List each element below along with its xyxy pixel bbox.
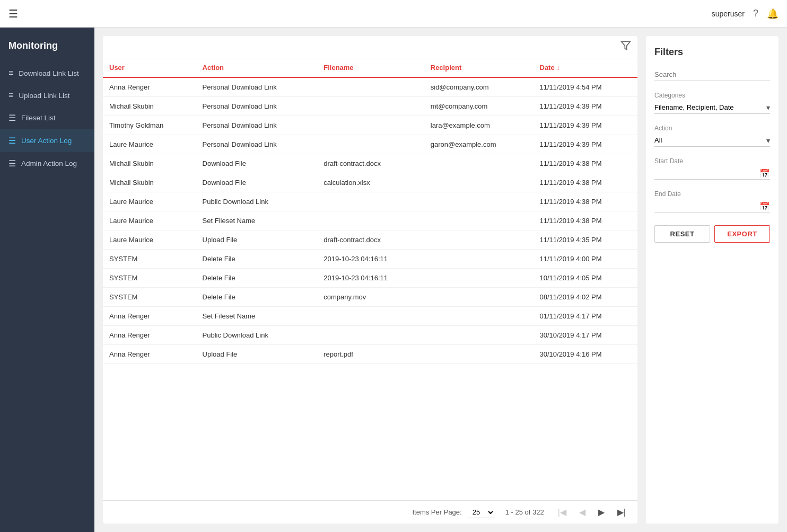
prev-page-button[interactable]: ◀ bbox=[576, 506, 589, 518]
sidebar-item-download-link-list[interactable]: ≡ Download Link List bbox=[0, 62, 94, 84]
cell-user: SYSTEM bbox=[103, 288, 196, 307]
next-page-button[interactable]: ▶ bbox=[595, 506, 608, 518]
cell-recipient bbox=[424, 250, 534, 269]
cell-recipient bbox=[424, 345, 534, 364]
cell-recipient bbox=[424, 288, 534, 307]
end-date-input[interactable] bbox=[654, 200, 770, 212]
table-row: Michail SkubinDownload Filecalculation.x… bbox=[103, 173, 637, 192]
cell-user: Anna Renger bbox=[103, 326, 196, 345]
action-select-wrapper: All Personal Download Link Public Downlo… bbox=[654, 134, 770, 147]
table-row: Michail SkubinDownload Filedraft-contrac… bbox=[103, 154, 637, 173]
cell-filename bbox=[317, 77, 424, 97]
search-input[interactable] bbox=[654, 68, 770, 81]
cell-filename bbox=[317, 97, 424, 116]
table-row: Anna RengerPersonal Download Linksid@com… bbox=[103, 77, 637, 97]
end-date-label: End Date bbox=[654, 190, 770, 198]
filters-panel: Filters Categories Filename, Recipient, … bbox=[646, 36, 779, 524]
notification-bell-icon[interactable]: 🔔 bbox=[767, 8, 779, 20]
user-action-log-table: User Action Filename Recipient Date ↓ An… bbox=[103, 58, 637, 364]
cell-date: 11/11/2019 4:38 PM bbox=[534, 192, 638, 211]
cell-filename bbox=[317, 326, 424, 345]
cell-recipient bbox=[424, 269, 534, 288]
cell-recipient: garon@example.com bbox=[424, 135, 534, 154]
table-row: Anna RengerUpload Filereport.pdf30/10/20… bbox=[103, 345, 637, 364]
categories-label: Categories bbox=[654, 92, 770, 99]
per-page-label: Items Per Page: bbox=[412, 508, 461, 516]
cell-action: Download File bbox=[196, 154, 318, 173]
sort-desc-icon: ↓ bbox=[556, 64, 559, 72]
cell-recipient bbox=[424, 211, 534, 230]
list-icon: ≡ bbox=[8, 91, 13, 100]
cell-action: Set Fileset Name bbox=[196, 307, 318, 326]
cell-date: 11/11/2019 4:39 PM bbox=[534, 135, 638, 154]
cell-user: Anna Renger bbox=[103, 307, 196, 326]
cell-user: Michail Skubin bbox=[103, 173, 196, 192]
col-header-recipient[interactable]: Recipient bbox=[424, 58, 534, 77]
col-header-action[interactable]: Action bbox=[196, 58, 318, 77]
cell-filename: report.pdf bbox=[317, 345, 424, 364]
layout: Monitoring ≡ Download Link List ≡ Upload… bbox=[0, 28, 787, 532]
cell-action: Personal Download Link bbox=[196, 97, 318, 116]
search-filter-field bbox=[654, 68, 770, 81]
col-header-filename[interactable]: Filename bbox=[317, 58, 424, 77]
table-row: Laure MauricePublic Download Link11/11/2… bbox=[103, 192, 637, 211]
action-filter-field: Action All Personal Download Link Public… bbox=[654, 125, 770, 147]
cell-user: SYSTEM bbox=[103, 250, 196, 269]
start-date-input[interactable] bbox=[654, 167, 770, 180]
cell-action: Public Download Link bbox=[196, 326, 318, 345]
cell-filename: draft-contract.docx bbox=[317, 154, 424, 173]
cell-action: Delete File bbox=[196, 250, 318, 269]
cell-user: Laure Maurice bbox=[103, 135, 196, 154]
table-row: SYSTEMDelete File2019-10-23 04:16:1111/1… bbox=[103, 250, 637, 269]
last-page-button[interactable]: ▶| bbox=[614, 506, 629, 518]
sidebar-item-upload-link-list[interactable]: ≡ Upload Link List bbox=[0, 84, 94, 107]
categories-filter-field: Categories Filename, Recipient, Date Use… bbox=[654, 92, 770, 114]
table-row: Timothy GoldmanPersonal Download Linklar… bbox=[103, 116, 637, 135]
cell-date: 10/11/2019 4:05 PM bbox=[534, 269, 638, 288]
cell-date: 11/11/2019 4:38 PM bbox=[534, 211, 638, 230]
per-page-select[interactable]: 10 25 50 100 bbox=[468, 507, 495, 518]
table-scroll-area[interactable]: User Action Filename Recipient Date ↓ An… bbox=[103, 58, 637, 500]
action-select[interactable]: All Personal Download Link Public Downlo… bbox=[654, 134, 770, 147]
export-button[interactable]: EXPORT bbox=[714, 225, 770, 243]
hamburger-icon[interactable]: ☰ bbox=[8, 7, 18, 20]
reset-button[interactable]: RESET bbox=[654, 225, 710, 243]
cell-action: Delete File bbox=[196, 269, 318, 288]
sidebar-item-user-action-log[interactable]: ☰ User Action Log bbox=[0, 129, 94, 152]
table-row: SYSTEMDelete Filecompany.mov08/11/2019 4… bbox=[103, 288, 637, 307]
sidebar-item-fileset-list[interactable]: ☰ Fileset List bbox=[0, 107, 94, 129]
cell-action: Set Fileset Name bbox=[196, 211, 318, 230]
end-date-filter-field: End Date 📅 bbox=[654, 190, 770, 212]
col-header-date[interactable]: Date ↓ bbox=[534, 58, 638, 77]
cell-user: Laure Maurice bbox=[103, 192, 196, 211]
main-content: User Action Filename Recipient Date ↓ An… bbox=[94, 28, 787, 532]
cell-user: Timothy Goldman bbox=[103, 116, 196, 135]
sidebar-item-admin-action-log[interactable]: ☰ Admin Action Log bbox=[0, 152, 94, 175]
cell-filename bbox=[317, 307, 424, 326]
cell-action: Personal Download Link bbox=[196, 135, 318, 154]
help-icon[interactable]: ? bbox=[753, 8, 758, 19]
cell-user: Michail Skubin bbox=[103, 97, 196, 116]
start-date-label: Start Date bbox=[654, 157, 770, 165]
cell-date: 11/11/2019 4:00 PM bbox=[534, 250, 638, 269]
categories-select[interactable]: Filename, Recipient, Date User Action Fi… bbox=[654, 101, 770, 114]
sidebar-item-label: Upload Link List bbox=[19, 92, 69, 100]
svg-marker-0 bbox=[622, 42, 631, 50]
cell-recipient bbox=[424, 230, 534, 250]
cell-date: 30/10/2019 4:16 PM bbox=[534, 345, 638, 364]
topbar-left: ☰ bbox=[8, 7, 18, 20]
cell-date: 11/11/2019 4:39 PM bbox=[534, 116, 638, 135]
table-toolbar bbox=[103, 36, 637, 58]
sidebar-item-label: Download Link List bbox=[19, 69, 78, 77]
col-header-user[interactable]: User bbox=[103, 58, 196, 77]
cell-date: 30/10/2019 4:17 PM bbox=[534, 326, 638, 345]
cell-action: Download File bbox=[196, 173, 318, 192]
cell-action: Delete File bbox=[196, 288, 318, 307]
table-row: Laure MauriceSet Fileset Name11/11/2019 … bbox=[103, 211, 637, 230]
cell-recipient: sid@company.com bbox=[424, 77, 534, 97]
first-page-button[interactable]: |◀ bbox=[555, 506, 570, 518]
list-icon: ☰ bbox=[8, 136, 16, 146]
action-label: Action bbox=[654, 125, 770, 132]
cell-filename bbox=[317, 116, 424, 135]
filter-toggle-button[interactable] bbox=[620, 40, 631, 54]
